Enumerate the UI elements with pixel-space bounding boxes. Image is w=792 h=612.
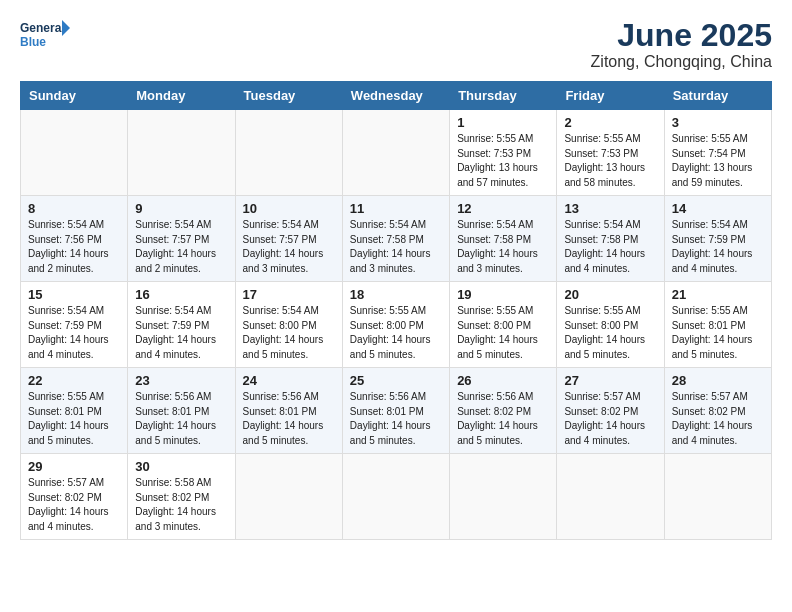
day-cell: 11Sunrise: 5:54 AMSunset: 7:58 PMDayligh…: [342, 196, 449, 282]
day-number: 16: [135, 287, 227, 302]
svg-text:General: General: [20, 21, 65, 35]
day-number: 21: [672, 287, 764, 302]
day-number: 30: [135, 459, 227, 474]
weekday-header-wednesday: Wednesday: [342, 82, 449, 110]
day-number: 27: [564, 373, 656, 388]
day-cell: 21Sunrise: 5:55 AMSunset: 8:01 PMDayligh…: [664, 282, 771, 368]
day-cell: 28Sunrise: 5:57 AMSunset: 8:02 PMDayligh…: [664, 368, 771, 454]
month-title: June 2025: [591, 18, 772, 53]
day-info: Sunrise: 5:55 AMSunset: 8:01 PMDaylight:…: [672, 305, 753, 360]
day-info: Sunrise: 5:55 AMSunset: 8:01 PMDaylight:…: [28, 391, 109, 446]
day-cell: 26Sunrise: 5:56 AMSunset: 8:02 PMDayligh…: [450, 368, 557, 454]
title-area: June 2025 Zitong, Chongqing, China: [591, 18, 772, 71]
day-cell: 20Sunrise: 5:55 AMSunset: 8:00 PMDayligh…: [557, 282, 664, 368]
day-number: 15: [28, 287, 120, 302]
day-info: Sunrise: 5:54 AMSunset: 7:59 PMDaylight:…: [28, 305, 109, 360]
day-number: 26: [457, 373, 549, 388]
day-number: 9: [135, 201, 227, 216]
day-info: Sunrise: 5:55 AMSunset: 8:00 PMDaylight:…: [564, 305, 645, 360]
empty-day-cell: [235, 454, 342, 540]
empty-day-cell: [664, 454, 771, 540]
day-number: 18: [350, 287, 442, 302]
day-info: Sunrise: 5:56 AMSunset: 8:01 PMDaylight:…: [350, 391, 431, 446]
day-number: 1: [457, 115, 549, 130]
logo-icon: General Blue: [20, 18, 72, 56]
calendar-week-row: 8Sunrise: 5:54 AMSunset: 7:56 PMDaylight…: [21, 196, 772, 282]
day-number: 3: [672, 115, 764, 130]
day-info: Sunrise: 5:54 AMSunset: 7:58 PMDaylight:…: [350, 219, 431, 274]
day-info: Sunrise: 5:57 AMSunset: 8:02 PMDaylight:…: [28, 477, 109, 532]
day-info: Sunrise: 5:55 AMSunset: 7:53 PMDaylight:…: [564, 133, 645, 188]
day-number: 29: [28, 459, 120, 474]
calendar-week-row: 29Sunrise: 5:57 AMSunset: 8:02 PMDayligh…: [21, 454, 772, 540]
day-number: 24: [243, 373, 335, 388]
day-info: Sunrise: 5:57 AMSunset: 8:02 PMDaylight:…: [564, 391, 645, 446]
empty-day-cell: [235, 110, 342, 196]
day-number: 17: [243, 287, 335, 302]
day-info: Sunrise: 5:54 AMSunset: 7:57 PMDaylight:…: [135, 219, 216, 274]
day-cell: 23Sunrise: 5:56 AMSunset: 8:01 PMDayligh…: [128, 368, 235, 454]
day-info: Sunrise: 5:54 AMSunset: 7:58 PMDaylight:…: [457, 219, 538, 274]
day-number: 11: [350, 201, 442, 216]
day-cell: 1Sunrise: 5:55 AMSunset: 7:53 PMDaylight…: [450, 110, 557, 196]
weekday-header-saturday: Saturday: [664, 82, 771, 110]
svg-marker-2: [62, 20, 70, 36]
day-cell: 27Sunrise: 5:57 AMSunset: 8:02 PMDayligh…: [557, 368, 664, 454]
day-info: Sunrise: 5:54 AMSunset: 7:57 PMDaylight:…: [243, 219, 324, 274]
calendar-week-row: 1Sunrise: 5:55 AMSunset: 7:53 PMDaylight…: [21, 110, 772, 196]
empty-day-cell: [128, 110, 235, 196]
page-header: General Blue June 2025 Zitong, Chongqing…: [20, 18, 772, 71]
day-cell: 19Sunrise: 5:55 AMSunset: 8:00 PMDayligh…: [450, 282, 557, 368]
day-info: Sunrise: 5:54 AMSunset: 7:56 PMDaylight:…: [28, 219, 109, 274]
day-cell: 22Sunrise: 5:55 AMSunset: 8:01 PMDayligh…: [21, 368, 128, 454]
calendar-week-row: 15Sunrise: 5:54 AMSunset: 7:59 PMDayligh…: [21, 282, 772, 368]
day-cell: 12Sunrise: 5:54 AMSunset: 7:58 PMDayligh…: [450, 196, 557, 282]
day-number: 23: [135, 373, 227, 388]
day-cell: 16Sunrise: 5:54 AMSunset: 7:59 PMDayligh…: [128, 282, 235, 368]
day-info: Sunrise: 5:55 AMSunset: 7:54 PMDaylight:…: [672, 133, 753, 188]
empty-day-cell: [342, 454, 449, 540]
empty-day-cell: [342, 110, 449, 196]
day-number: 20: [564, 287, 656, 302]
empty-day-cell: [557, 454, 664, 540]
day-cell: 17Sunrise: 5:54 AMSunset: 8:00 PMDayligh…: [235, 282, 342, 368]
day-number: 13: [564, 201, 656, 216]
empty-day-cell: [450, 454, 557, 540]
weekday-header-tuesday: Tuesday: [235, 82, 342, 110]
day-cell: 9Sunrise: 5:54 AMSunset: 7:57 PMDaylight…: [128, 196, 235, 282]
day-number: 19: [457, 287, 549, 302]
day-cell: 2Sunrise: 5:55 AMSunset: 7:53 PMDaylight…: [557, 110, 664, 196]
day-cell: 24Sunrise: 5:56 AMSunset: 8:01 PMDayligh…: [235, 368, 342, 454]
day-number: 25: [350, 373, 442, 388]
day-cell: 13Sunrise: 5:54 AMSunset: 7:58 PMDayligh…: [557, 196, 664, 282]
day-info: Sunrise: 5:54 AMSunset: 7:58 PMDaylight:…: [564, 219, 645, 274]
logo: General Blue: [20, 18, 72, 56]
day-info: Sunrise: 5:54 AMSunset: 7:59 PMDaylight:…: [135, 305, 216, 360]
day-number: 22: [28, 373, 120, 388]
day-number: 10: [243, 201, 335, 216]
day-cell: 14Sunrise: 5:54 AMSunset: 7:59 PMDayligh…: [664, 196, 771, 282]
weekday-header-monday: Monday: [128, 82, 235, 110]
day-number: 2: [564, 115, 656, 130]
day-cell: 30Sunrise: 5:58 AMSunset: 8:02 PMDayligh…: [128, 454, 235, 540]
day-number: 8: [28, 201, 120, 216]
calendar-table: SundayMondayTuesdayWednesdayThursdayFrid…: [20, 81, 772, 540]
day-cell: 15Sunrise: 5:54 AMSunset: 7:59 PMDayligh…: [21, 282, 128, 368]
day-cell: 10Sunrise: 5:54 AMSunset: 7:57 PMDayligh…: [235, 196, 342, 282]
day-info: Sunrise: 5:56 AMSunset: 8:02 PMDaylight:…: [457, 391, 538, 446]
day-info: Sunrise: 5:56 AMSunset: 8:01 PMDaylight:…: [243, 391, 324, 446]
day-info: Sunrise: 5:55 AMSunset: 8:00 PMDaylight:…: [350, 305, 431, 360]
weekday-header-sunday: Sunday: [21, 82, 128, 110]
day-info: Sunrise: 5:55 AMSunset: 7:53 PMDaylight:…: [457, 133, 538, 188]
day-number: 28: [672, 373, 764, 388]
day-cell: 29Sunrise: 5:57 AMSunset: 8:02 PMDayligh…: [21, 454, 128, 540]
location-title: Zitong, Chongqing, China: [591, 53, 772, 71]
day-info: Sunrise: 5:57 AMSunset: 8:02 PMDaylight:…: [672, 391, 753, 446]
day-cell: 18Sunrise: 5:55 AMSunset: 8:00 PMDayligh…: [342, 282, 449, 368]
weekday-header-row: SundayMondayTuesdayWednesdayThursdayFrid…: [21, 82, 772, 110]
day-number: 12: [457, 201, 549, 216]
day-cell: 3Sunrise: 5:55 AMSunset: 7:54 PMDaylight…: [664, 110, 771, 196]
day-cell: 8Sunrise: 5:54 AMSunset: 7:56 PMDaylight…: [21, 196, 128, 282]
day-info: Sunrise: 5:56 AMSunset: 8:01 PMDaylight:…: [135, 391, 216, 446]
day-info: Sunrise: 5:55 AMSunset: 8:00 PMDaylight:…: [457, 305, 538, 360]
